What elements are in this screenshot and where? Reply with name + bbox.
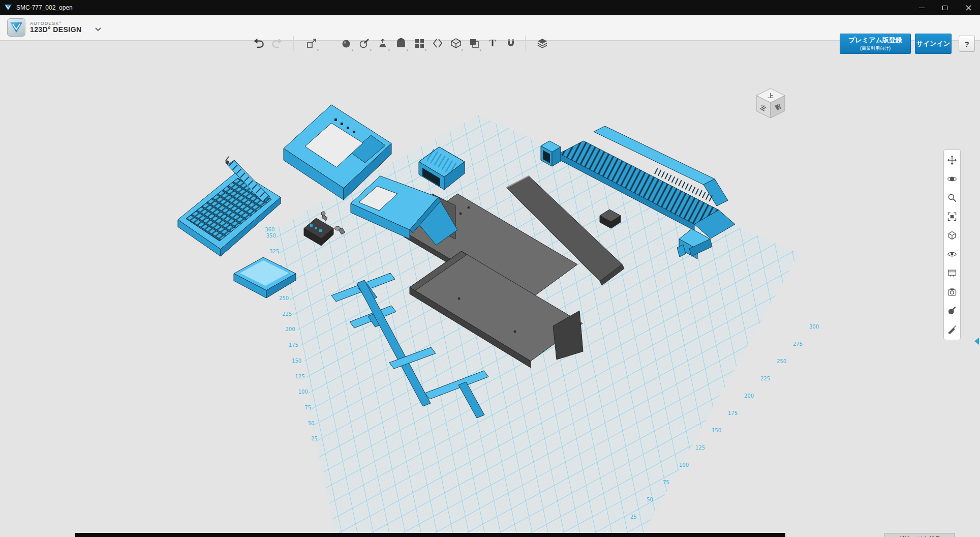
view-cube[interactable]: 上 左 前 <box>751 83 790 121</box>
tool-group-transform: ▾ <box>304 36 319 51</box>
grid-label: 150 <box>712 428 721 433</box>
dropdown-caret-icon: ▾ <box>461 48 463 52</box>
grid-label: 50 <box>308 421 315 426</box>
material-icon[interactable] <box>535 36 549 51</box>
dropdown-caret-icon: ▾ <box>424 48 426 52</box>
taskbar-sliver <box>75 533 785 537</box>
premium-button-label: プレミアム版登録 <box>848 36 902 45</box>
construct-icon[interactable]: ▾ <box>375 36 390 51</box>
panel-collapse-arrow[interactable] <box>974 338 979 345</box>
undo-button[interactable] <box>252 36 266 50</box>
redo-button[interactable] <box>270 36 284 50</box>
123d-logo-icon <box>10 21 23 34</box>
transform-icon[interactable]: ▾ <box>304 36 319 51</box>
brand-text: AUTODESK° 123D° DESIGN <box>30 21 81 34</box>
fit-icon[interactable] <box>946 211 958 222</box>
pattern-icon[interactable]: ▾ <box>412 36 426 51</box>
grid-label: 250 <box>777 359 786 364</box>
model-dark-connector-box[interactable] <box>304 218 333 246</box>
maximize-button[interactable] <box>933 0 957 15</box>
dropdown-caret-icon: ▾ <box>388 48 390 52</box>
text-icon[interactable]: T <box>485 36 500 51</box>
navigation-toolbar <box>943 150 961 340</box>
dropdown-caret-icon: ▾ <box>406 48 408 52</box>
grid-label: 100 <box>298 389 308 395</box>
app-menu[interactable]: AUTODESK° 123D° DESIGN <box>7 18 102 37</box>
brand-product: 123D° DESIGN <box>30 26 81 34</box>
dropdown-caret-icon: ▾ <box>351 48 353 52</box>
grid-label: 225 <box>760 376 770 381</box>
grid-label: 200 <box>744 393 754 399</box>
undo-icon <box>252 37 265 49</box>
window-title: SMC-777_002_open <box>16 4 910 11</box>
close-button[interactable] <box>957 0 980 15</box>
grid-label: 175 <box>289 342 298 348</box>
grid-label: 125 <box>695 445 705 451</box>
pan-icon[interactable] <box>946 155 958 166</box>
logo-tile <box>7 18 25 37</box>
grid-label: 325 <box>269 249 279 254</box>
premium-button-sublabel: (商業利用向け) <box>860 45 891 52</box>
camera-icon[interactable] <box>946 286 958 297</box>
zoom-icon[interactable] <box>946 192 958 203</box>
minimize-button[interactable] <box>910 0 933 15</box>
minimize-icon <box>919 8 925 8</box>
grouping-icon[interactable]: ▾ <box>448 36 463 51</box>
titlebar: SMC-777_002_open <box>0 0 980 15</box>
magnet-icon[interactable] <box>503 36 518 51</box>
viewbox-icon[interactable] <box>946 230 958 241</box>
modify-icon[interactable]: ▾ <box>393 36 408 51</box>
tool-group-main: ▾▾▾▾▾▾▾T <box>339 36 518 51</box>
3d-viewport[interactable]: 3603503253002752502252001751501251007550… <box>0 41 980 537</box>
grid-label: 125 <box>295 374 304 379</box>
grid-label: 200 <box>286 326 295 332</box>
grid-label: 300 <box>809 324 819 330</box>
sketchtoggle-icon[interactable] <box>946 324 958 335</box>
dropdown-caret-icon: ▾ <box>370 48 372 52</box>
dropdown-caret-icon: ▾ <box>479 48 481 52</box>
primitives-icon[interactable]: ▾ <box>339 36 353 51</box>
premium-register-button[interactable]: プレミアム版登録 (商業利用向け) <box>840 34 911 54</box>
dropdown-caret-icon: ▾ <box>317 48 319 52</box>
grid-label: 25 <box>630 514 637 520</box>
grid-label: 225 <box>282 311 292 317</box>
grid-label: 175 <box>728 410 738 416</box>
grid-label: 360 <box>265 227 274 232</box>
signin-button[interactable]: サインイン <box>915 34 952 54</box>
grid-label: 150 <box>292 358 301 364</box>
help-button[interactable]: ? <box>959 36 975 52</box>
model-keyboard[interactable] <box>178 171 281 256</box>
grid-edit-button[interactable]: グリッドを編集 <box>884 533 955 537</box>
redo-icon <box>270 37 284 49</box>
slides-icon[interactable] <box>946 267 958 279</box>
maximize-icon <box>942 6 947 10</box>
app-icon <box>4 4 12 12</box>
model-small-tower[interactable] <box>541 141 561 166</box>
svg-text:T: T <box>489 38 495 48</box>
grid-label: 50 <box>647 497 653 502</box>
toolbar-separator <box>293 36 294 51</box>
combine-icon[interactable]: ▾ <box>467 36 481 51</box>
main-toolbar: AUTODESK° 123D° DESIGN ▾ ▾▾▾▾▾▾▾T プレミアム版… <box>0 15 980 41</box>
grid-label: 100 <box>679 462 689 468</box>
close-icon <box>966 5 971 11</box>
grid-label: 25 <box>311 436 318 441</box>
grid-label: 75 <box>663 480 669 485</box>
tool-group-material <box>535 36 549 51</box>
viewcube-top-label: 上 <box>768 93 774 99</box>
grid-label: 75 <box>304 405 311 410</box>
snap-icon[interactable] <box>430 36 445 51</box>
eye-icon[interactable] <box>946 249 958 260</box>
sketch-icon[interactable]: ▾ <box>357 36 372 51</box>
chevron-down-icon[interactable] <box>95 27 102 32</box>
grid-label: 275 <box>793 341 803 347</box>
orbit-icon[interactable] <box>946 173 958 185</box>
toolbar-separator <box>525 36 526 51</box>
grid-label: 350 <box>266 233 276 238</box>
materialball-icon[interactable] <box>946 305 958 316</box>
grid-label: 250 <box>279 295 289 301</box>
viewport-canvas[interactable]: 3603503253002752502252001751501251007550… <box>0 41 980 537</box>
